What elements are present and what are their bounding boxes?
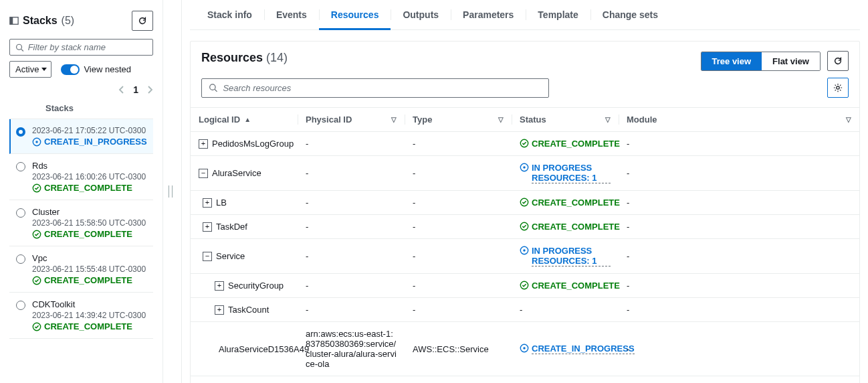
view-toggle: Tree view Flat view <box>701 52 821 71</box>
stack-timestamp: 2023-06-21 15:58:50 UTC-0300 <box>32 218 148 228</box>
type-cell: - <box>405 376 512 383</box>
type-cell: AWS::ECS::Service <box>405 337 512 361</box>
stack-radio[interactable] <box>16 301 25 310</box>
sidebar-title: Stacks (5) <box>9 15 74 27</box>
stacks-pager: 1 <box>9 84 153 95</box>
col-physical-id[interactable]: Physical ID▽ <box>298 108 405 131</box>
search-icon <box>209 83 217 92</box>
col-type[interactable]: Type▽ <box>405 108 512 131</box>
type-cell: - <box>405 298 512 321</box>
flat-view-button[interactable]: Flat view <box>762 52 820 70</box>
expand-icon[interactable]: − <box>199 169 208 178</box>
next-page-button[interactable] <box>146 86 153 94</box>
resource-search-input[interactable] <box>201 78 549 98</box>
stack-item[interactable]: CDKToolkit2023-06-21 14:39:42 UTC-0300CR… <box>9 293 153 339</box>
expand-icon[interactable]: − <box>203 252 212 261</box>
prev-page-button[interactable] <box>118 86 125 94</box>
refresh-resources-button[interactable] <box>827 51 849 71</box>
type-cell: - <box>405 191 512 214</box>
table-row: +TaskDef--CREATE_COMPLETE- <box>191 215 859 239</box>
status-value: CREATE_COMPLETE <box>520 222 611 232</box>
module-cell: - <box>619 191 859 214</box>
svg-point-17 <box>523 166 526 169</box>
type-cell: - <box>405 244 512 268</box>
logical-id-cell: +CDKMetadata <box>191 376 298 383</box>
collapse-panel-icon[interactable] <box>9 16 19 25</box>
module-cell: - <box>619 244 859 268</box>
stack-item[interactable]: Cluster2023-06-21 15:58:50 UTC-0300CREAT… <box>9 200 153 246</box>
expand-icon[interactable]: + <box>203 198 212 208</box>
physical-id-cell: - <box>298 191 405 214</box>
module-cell: - <box>619 132 859 155</box>
svg-line-3 <box>21 49 23 51</box>
stacks-sidebar: Stacks (5) Active View nested 1 <box>0 0 163 383</box>
search-icon <box>15 43 24 52</box>
expand-icon[interactable]: + <box>215 281 224 291</box>
table-row: +CDKMetadata--CREATE_COMPLETE- <box>191 376 859 383</box>
col-logical-id[interactable]: Logical ID▲ <box>191 108 298 131</box>
resources-panel: Resources (14) Tree view Flat view <box>190 41 860 383</box>
module-cell: - <box>619 215 859 238</box>
table-row: +LB--CREATE_COMPLETE- <box>191 191 859 215</box>
tab-change-sets[interactable]: Change sets <box>590 0 670 29</box>
physical-id-cell: arn:aws:ecs:us-east-1:837850380369:servi… <box>298 322 405 376</box>
stack-timestamp: 2023-06-21 14:39:42 UTC-0300 <box>32 311 148 320</box>
settings-button[interactable] <box>827 78 849 98</box>
svg-rect-1 <box>10 17 13 25</box>
stack-radio[interactable] <box>16 208 25 218</box>
module-cell: - <box>619 337 859 361</box>
refresh-stacks-button[interactable] <box>132 11 153 31</box>
module-cell: - <box>619 274 859 297</box>
status-value: - <box>520 305 522 315</box>
logical-id-cell: +TaskCount <box>191 298 298 321</box>
expand-icon[interactable]: + <box>215 305 224 315</box>
logical-id: Service <box>216 251 245 261</box>
tab-stack-info[interactable]: Stack info <box>195 0 264 29</box>
view-nested-toggle[interactable]: View nested <box>61 64 131 75</box>
expand-icon[interactable]: + <box>199 139 208 149</box>
stack-radio[interactable] <box>16 127 25 137</box>
stack-filter-input[interactable] <box>9 39 153 56</box>
stack-item[interactable]: Vpc2023-06-21 15:55:48 UTC-0300CREATE_CO… <box>9 246 153 293</box>
stack-radio[interactable] <box>16 254 25 264</box>
table-row: −AluraService--IN PROGRESS RESOURCES: 1- <box>191 156 859 191</box>
sort-asc-icon: ▲ <box>244 116 251 123</box>
physical-id-cell: - <box>298 274 405 297</box>
stack-item[interactable]: 2023-06-21 17:05:22 UTC-0300CREATE_IN_PR… <box>9 119 153 154</box>
tab-parameters[interactable]: Parameters <box>451 0 526 29</box>
main-panel: Stack infoEventsResourcesOutputsParamete… <box>182 0 868 383</box>
table-header: Logical ID▲ Physical ID▽ Type▽ Status▽ M… <box>191 107 859 132</box>
logical-id: AluraService <box>212 168 261 178</box>
logical-id-cell: +SecurityGroup <box>191 274 298 297</box>
stack-timestamp: 2023-06-21 15:55:48 UTC-0300 <box>32 264 148 274</box>
tree-view-button[interactable]: Tree view <box>701 52 762 70</box>
table-row: +TaskCount---- <box>191 298 859 322</box>
resources-table: Logical ID▲ Physical ID▽ Type▽ Status▽ M… <box>191 107 859 383</box>
filter-icon: ▽ <box>498 116 504 123</box>
stack-name: Vpc <box>32 253 148 263</box>
svg-point-21 <box>523 249 526 252</box>
filter-icon: ▽ <box>605 116 611 123</box>
stack-radio[interactable] <box>16 162 25 171</box>
svg-point-14 <box>837 86 839 89</box>
stack-item[interactable]: Rds2023-06-21 16:00:26 UTC-0300CREATE_CO… <box>9 154 153 200</box>
status-icon <box>520 163 529 172</box>
module-cell: - <box>619 298 859 321</box>
tab-template[interactable]: Template <box>526 0 590 29</box>
col-status[interactable]: Status▽ <box>512 108 619 131</box>
stack-status: CREATE_COMPLETE <box>32 321 148 331</box>
physical-id-cell: - <box>298 376 405 383</box>
status-icon <box>520 281 529 290</box>
logical-id-cell: −AluraService <box>191 161 298 185</box>
module-cell: - <box>619 161 859 185</box>
module-cell: - <box>619 376 859 383</box>
tab-outputs[interactable]: Outputs <box>391 0 451 29</box>
col-module[interactable]: Module▽ <box>619 108 859 131</box>
resize-divider[interactable] <box>163 0 182 383</box>
tab-resources[interactable]: Resources <box>319 0 391 29</box>
status-filter-select[interactable]: Active <box>9 61 51 78</box>
logical-id: SecurityGroup <box>228 281 284 291</box>
tab-events[interactable]: Events <box>264 0 319 29</box>
filter-icon: ▽ <box>846 116 851 123</box>
expand-icon[interactable]: + <box>203 222 212 232</box>
